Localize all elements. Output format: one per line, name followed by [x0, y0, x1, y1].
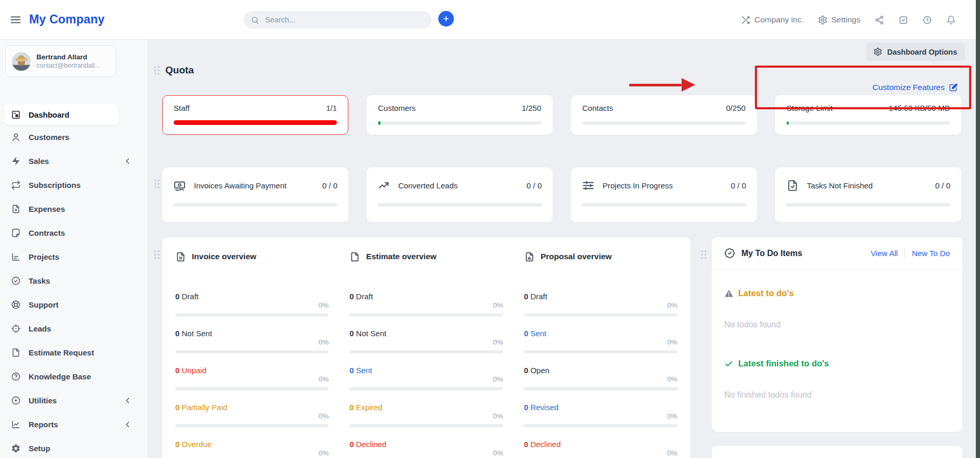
quick-add-button[interactable] — [438, 11, 454, 27]
banknote-icon — [173, 179, 186, 192]
layout-dashboard-icon — [11, 110, 21, 120]
search-box[interactable] — [243, 11, 432, 29]
sidebar-item-support[interactable]: Support — [0, 292, 148, 316]
todo-card-header: My To Do Items View All New To Do — [712, 237, 962, 270]
overview-row-percent: 0% — [493, 338, 503, 346]
bell-icon[interactable] — [946, 15, 956, 25]
sidebar-item-leads[interactable]: Leads — [0, 316, 148, 340]
quota-card-contacts: Contacts 0/250 — [571, 95, 757, 135]
sidebar-item-tasks[interactable]: Tasks — [0, 269, 148, 292]
settings-label: Settings — [831, 15, 860, 24]
quota-card-label: Staff — [174, 104, 190, 112]
stat-card-invoices-awaiting-payment: Invoices Awaiting Payment 0 / 0 — [162, 168, 348, 222]
user-icon — [11, 132, 21, 142]
overview-row-percent: 0% — [493, 412, 503, 420]
progress-track — [173, 203, 337, 207]
view-all-link[interactable]: View All — [871, 249, 898, 258]
check-icon — [724, 359, 734, 368]
stat-card-converted-leads: Converted Leads 0 / 0 — [367, 168, 553, 222]
share-icon[interactable] — [874, 15, 884, 25]
overview-row-declined: 0 Declined 0% — [524, 439, 677, 458]
quota-card-label: Contacts — [582, 104, 613, 112]
annotation-arrow-head — [682, 78, 695, 92]
progress-track — [174, 120, 337, 125]
overview-row-percent: 0% — [319, 412, 329, 420]
quota-card-customers: Customers 1/250 — [367, 95, 553, 135]
plus-icon — [442, 15, 450, 23]
app-logo[interactable]: My Company — [29, 12, 104, 27]
new-todo-link[interactable]: New To Do — [912, 249, 950, 258]
hamburger-menu-icon[interactable] — [9, 14, 22, 26]
chevron-left-icon — [123, 156, 133, 166]
stat-card-value: 0 / 0 — [527, 181, 542, 190]
customize-features-label: Customize Features — [872, 83, 945, 92]
sidebar-item-label: Knowledge Base — [29, 372, 91, 381]
sidebar-item-setup[interactable]: Setup — [0, 436, 148, 458]
stat-card-label: Converted Leads — [398, 181, 527, 190]
company-name: Company inc. — [754, 15, 804, 24]
sidebar-item-knowledge-base[interactable]: Knowledge Base — [0, 364, 148, 388]
cog-icon — [11, 443, 21, 453]
sidebar-item-customers[interactable]: Customers — [0, 125, 148, 149]
life-buoy-icon — [11, 300, 21, 310]
tasks-check-icon[interactable] — [898, 15, 908, 25]
drag-handle-icon[interactable] — [701, 250, 708, 260]
overview-column-title: Proposal overview — [541, 251, 612, 262]
sidebar-item-utilities[interactable]: Utilities — [0, 388, 148, 412]
clock-icon[interactable] — [922, 15, 932, 25]
overview-row-sent: 0 Sent 0% — [524, 328, 677, 353]
overview-row-revised: 0 Revised 0% — [524, 402, 677, 427]
company-switcher[interactable]: Company inc. — [741, 15, 804, 25]
overview-row-not-sent: 0 Not Sent 0% — [349, 328, 503, 353]
gear-icon — [818, 15, 828, 25]
overview-row-label: 0 Not Sent — [349, 328, 386, 339]
warning-icon — [724, 289, 734, 298]
drag-handle-icon[interactable] — [154, 66, 161, 75]
sidebar-item-estimate-request[interactable]: Estimate Request — [0, 340, 148, 364]
annotation-highlight-box: Customize Features — [755, 66, 971, 109]
overview-column-proposal-overview: Proposal overview 0 Draft 0% 0 Sent 0% — [524, 251, 677, 458]
stat-card-value: 0 / 0 — [935, 181, 950, 190]
sidebar-item-label: Estimate Request — [29, 348, 94, 357]
overview-row-label: 0 Draft — [175, 291, 199, 302]
overview-row-percent: 0% — [667, 449, 677, 457]
dashboard-options-label: Dashboard Options — [887, 48, 957, 56]
page-scrollbar[interactable] — [976, 0, 980, 458]
sidebar-item-subscriptions[interactable]: Subscriptions — [0, 173, 148, 197]
dashboard-options-button[interactable]: Dashboard Options — [866, 43, 965, 61]
sticky-note-icon — [11, 228, 21, 238]
file-text-icon — [11, 204, 21, 214]
sidebar-item-contracts[interactable]: Contracts — [0, 221, 148, 245]
stat-card-label: Tasks Not Finished — [807, 181, 935, 190]
settings-button[interactable]: Settings — [818, 15, 860, 25]
badge-check-icon — [724, 248, 735, 259]
sidebar-item-label: Support — [29, 300, 59, 309]
overview-row-sent: 0 Sent 0% — [349, 365, 503, 390]
overview-row-label: 0 Sent — [349, 365, 372, 376]
sidebar-item-label: Leads — [29, 324, 51, 333]
quota-card-value: 1/250 — [521, 104, 541, 112]
drag-handle-icon[interactable] — [154, 250, 161, 260]
overview-row-expired: 0 Expired 0% — [349, 402, 503, 427]
sidebar-item-label: Subscriptions — [29, 181, 81, 189]
sidebar-item-dashboard[interactable]: Dashboard — [4, 104, 119, 125]
edit-icon — [949, 83, 958, 92]
sidebar-menu: DashboardCustomersSalesSubscriptionsExpe… — [0, 104, 148, 458]
search-input[interactable] — [264, 15, 424, 24]
latest-finished-label: Latest finished to do's — [738, 359, 829, 368]
progress-track — [349, 387, 503, 390]
customize-features-link[interactable]: Customize Features — [872, 83, 958, 92]
drag-handle-icon[interactable] — [154, 179, 161, 189]
progress-track — [175, 350, 329, 353]
overview-column-invoice-overview: Invoice overview 0 Draft 0% 0 Not Sent 0… — [175, 251, 329, 458]
file-check-icon — [786, 179, 799, 192]
sidebar-item-reports[interactable]: Reports — [0, 412, 148, 436]
sidebar-item-projects[interactable]: Projects — [0, 245, 148, 269]
quota-card-value: 0/250 — [726, 104, 746, 112]
check-circle-icon — [11, 276, 21, 286]
sidebar-item-expenses[interactable]: Expenses — [0, 197, 148, 221]
profile-card[interactable]: Bertrand Allard contact@bertrandall... — [5, 45, 116, 77]
overview-column-title: Invoice overview — [192, 251, 256, 262]
sidebar-item-sales[interactable]: Sales — [0, 149, 148, 173]
bar-chart-icon — [11, 252, 21, 262]
